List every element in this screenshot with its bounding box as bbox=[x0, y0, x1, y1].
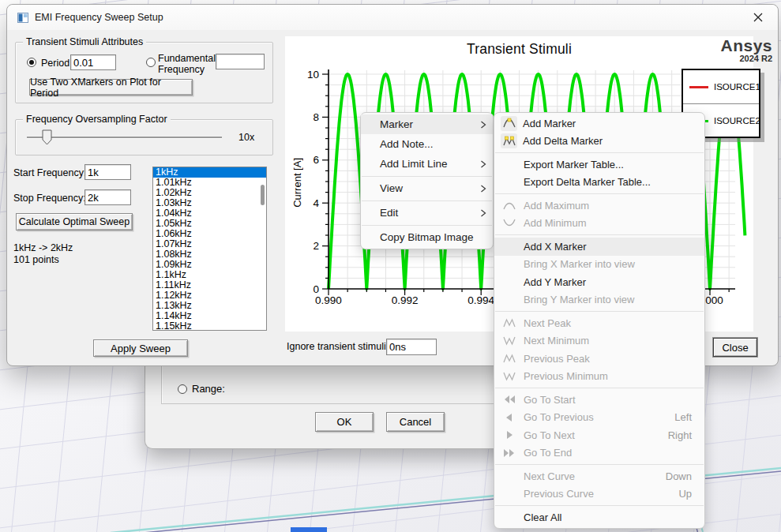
previous-minimum-icon bbox=[501, 371, 518, 382]
submenu-item-add-y-marker[interactable]: Add Y Marker bbox=[494, 273, 704, 291]
period-input[interactable] bbox=[70, 54, 116, 70]
submenu-chevron-icon bbox=[480, 185, 486, 193]
add-delta-marker-icon bbox=[501, 133, 517, 148]
submenu-item-add-marker[interactable]: Add Marker bbox=[494, 114, 704, 133]
frequency-list: 1kHz 1.01kHz 1.02kHz 1.03kHz 1.04kHz 1.0… bbox=[152, 167, 267, 331]
menu-separator bbox=[495, 505, 704, 506]
ignore-transient-input[interactable] bbox=[386, 339, 437, 355]
svg-text:10: 10 bbox=[307, 69, 319, 81]
menu-separator bbox=[362, 200, 492, 201]
fundamental-input[interactable] bbox=[216, 54, 265, 69]
go-to-end-icon bbox=[501, 448, 518, 459]
ok-button[interactable]: OK bbox=[315, 412, 374, 432]
submenu-chevron-icon bbox=[480, 209, 486, 217]
oversampling-factor-value: 10x bbox=[238, 132, 254, 143]
range-label: Range: bbox=[192, 384, 225, 395]
svg-text:0.990: 0.990 bbox=[315, 294, 342, 306]
submenu-item-add-maximum[interactable]: Add Maximum bbox=[494, 197, 704, 215]
application-window: Range: OK Cancel EMI Frequency Sweep Set… bbox=[0, 0, 781, 532]
calculate-optimal-sweep-button[interactable]: Calculate Optimal Sweep bbox=[16, 213, 133, 230]
oversampling-group-title: Frequency Oversampling Factor bbox=[23, 114, 171, 125]
submenu-item-go-to-next[interactable]: Go To Next Right bbox=[494, 426, 704, 444]
stop-frequency-label: Stop Frequency: bbox=[13, 193, 86, 204]
app-icon bbox=[17, 13, 28, 23]
list-scrollbar[interactable] bbox=[261, 185, 265, 205]
legend-entry-isource1[interactable]: ISOURCE1 bbox=[683, 70, 759, 103]
sweep-range-text: 1kHz -> 2kHz bbox=[13, 242, 73, 253]
isource1-line-swatch bbox=[689, 86, 708, 88]
submenu-item-export-marker-table[interactable]: Export Marker Table... bbox=[494, 155, 704, 174]
submenu-item-bring-y-marker-into-view[interactable]: Bring Y Marker into view bbox=[494, 291, 704, 309]
menu-item-edit[interactable]: Edit bbox=[361, 203, 493, 223]
submenu-item-next-minimum[interactable]: Next Minimum bbox=[494, 332, 704, 350]
submenu-item-go-to-end[interactable]: Go To End bbox=[494, 444, 704, 463]
menu-separator bbox=[495, 193, 704, 194]
svg-text:6: 6 bbox=[313, 154, 319, 166]
submenu-item-previous-curve[interactable]: Previous Curve Up bbox=[494, 485, 704, 504]
svg-text:4: 4 bbox=[313, 197, 319, 209]
plot-context-menu: Marker Add Note... Add Limit Line View E… bbox=[360, 112, 494, 249]
oversampling-slider-handle[interactable] bbox=[42, 129, 52, 145]
menu-item-marker[interactable]: Marker bbox=[361, 114, 493, 134]
menu-separator bbox=[495, 234, 704, 235]
submenu-item-clear-all[interactable]: Clear All bbox=[494, 508, 704, 526]
menu-separator bbox=[495, 311, 704, 312]
apply-sweep-button[interactable]: Apply Sweep bbox=[93, 339, 188, 357]
window-title: EMI Frequency Sweep Setup bbox=[35, 12, 163, 23]
menu-separator bbox=[362, 176, 492, 177]
fundamental-label: Fundamental Frequency bbox=[158, 53, 218, 75]
start-frequency-input[interactable] bbox=[84, 164, 131, 180]
submenu-chevron-icon bbox=[480, 160, 486, 168]
marker-submenu: Add Marker Add Delta Marker Export Marke… bbox=[494, 112, 705, 529]
submenu-item-go-to-start[interactable]: Go To Start bbox=[494, 391, 704, 409]
submenu-item-previous-minimum[interactable]: Previous Minimum bbox=[494, 368, 704, 386]
titlebar: EMI Frequency Sweep Setup bbox=[7, 5, 778, 30]
attributes-group-title: Transient Stimuli Attributes bbox=[23, 36, 146, 47]
menu-item-copy-bitmap-image[interactable]: Copy Bitmap Image bbox=[361, 227, 493, 247]
period-label: Period bbox=[41, 58, 69, 69]
submenu-item-next-peak[interactable]: Next Peak bbox=[494, 314, 704, 332]
list-item[interactable]: 1.15kHz bbox=[153, 321, 266, 331]
svg-text:8: 8 bbox=[313, 111, 319, 123]
fundamental-radio[interactable] bbox=[146, 58, 156, 67]
menu-separator bbox=[362, 225, 492, 226]
submenu-item-add-x-marker[interactable]: Add X Marker bbox=[494, 238, 704, 256]
submenu-item-bring-x-marker-into-view[interactable]: Bring X Marker into view bbox=[494, 256, 704, 274]
next-peak-icon bbox=[501, 317, 518, 328]
go-to-previous-icon bbox=[501, 412, 518, 423]
next-minimum-icon bbox=[501, 335, 518, 347]
menu-separator bbox=[495, 464, 704, 465]
submenu-item-add-minimum[interactable]: Add Minimum bbox=[494, 215, 704, 233]
svg-text:0.994: 0.994 bbox=[467, 294, 494, 306]
svg-text:0: 0 bbox=[313, 283, 319, 295]
sweep-points-text: 101 points bbox=[13, 254, 59, 265]
oversampling-slider-track[interactable] bbox=[27, 137, 222, 138]
add-minimum-icon bbox=[501, 218, 518, 229]
menu-item-view[interactable]: View bbox=[361, 178, 493, 198]
submenu-item-export-delta-marker-table[interactable]: Export Delta Marker Table... bbox=[494, 174, 704, 192]
plot-title: Transient Stimuli bbox=[285, 41, 753, 58]
submenu-chevron-icon bbox=[480, 121, 486, 129]
menu-separator bbox=[495, 152, 704, 153]
go-to-next-icon bbox=[501, 429, 518, 440]
submenu-item-next-curve[interactable]: Next Curve Down bbox=[494, 467, 704, 485]
submenu-item-go-to-previous[interactable]: Go To Previous Left bbox=[494, 409, 704, 427]
previous-peak-icon bbox=[501, 353, 518, 364]
go-to-start-icon bbox=[501, 394, 518, 405]
stop-frequency-input[interactable] bbox=[84, 189, 131, 205]
start-frequency-label: Start Frequency: bbox=[13, 167, 86, 178]
ansys-brand: Ansys 2024 R2 bbox=[696, 37, 772, 63]
add-maximum-icon bbox=[501, 200, 518, 211]
y-axis-label: Current [A] bbox=[291, 129, 303, 235]
cancel-button[interactable]: Cancel bbox=[386, 412, 445, 432]
submenu-item-previous-peak[interactable]: Previous Peak bbox=[494, 350, 704, 368]
menu-item-add-limit-line[interactable]: Add Limit Line bbox=[361, 154, 493, 174]
period-radio[interactable] bbox=[27, 58, 36, 67]
close-icon[interactable] bbox=[746, 7, 770, 28]
add-marker-icon bbox=[501, 116, 517, 131]
submenu-item-add-delta-marker[interactable]: Add Delta Marker bbox=[494, 133, 704, 151]
menu-item-add-note[interactable]: Add Note... bbox=[361, 134, 493, 154]
range-radio[interactable] bbox=[178, 384, 187, 394]
use-xmarkers-button[interactable]: Use Two XMarkers on Plot for Period bbox=[29, 79, 193, 96]
close-button[interactable]: Close bbox=[713, 338, 757, 357]
